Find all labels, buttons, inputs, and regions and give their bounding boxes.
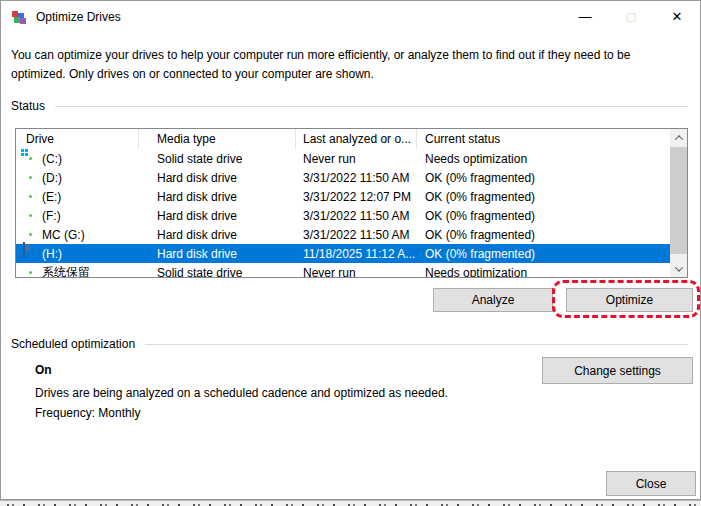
chevron-down-icon (674, 263, 682, 271)
optimize-drives-dialog: Optimize Drives — ▢ ✕ You can optimize y… (0, 0, 701, 500)
defrag-app-icon (11, 10, 27, 24)
drive-name: (C:) (42, 149, 62, 168)
last-analyzed: 3/31/2022 11:50 AM (303, 206, 410, 225)
last-analyzed: 11/18/2025 11:12 A... (303, 244, 415, 263)
current-status: OK (0% fragmented) (425, 206, 535, 225)
current-status: Needs optimization (425, 149, 527, 168)
drives-table: DriveMedia typeLast analyzed or o...Curr… (15, 128, 688, 278)
title-bar: Optimize Drives — ▢ ✕ (1, 1, 700, 32)
drive-name: (H:) (42, 244, 62, 263)
column-header-3[interactable]: Current status (417, 129, 672, 149)
media-type: Solid state drive (157, 149, 242, 168)
drive-name: (E:) (42, 187, 61, 206)
drive-row[interactable]: (E:)Hard disk drive3/31/2022 12:07 PMOK … (16, 187, 672, 206)
current-status: OK (0% fragmented) (425, 187, 535, 206)
optimize-button[interactable]: Optimize (566, 288, 693, 312)
status-separator-line (55, 106, 688, 107)
current-status: Needs optimization (425, 263, 527, 278)
scrollbar-up-button[interactable] (670, 129, 687, 146)
chevron-up-icon (674, 135, 682, 143)
close-button[interactable]: Close (606, 471, 696, 496)
minimize-button[interactable]: — (562, 1, 608, 32)
last-analyzed: Never run (303, 263, 356, 278)
scrollbar-thumb[interactable] (670, 147, 687, 254)
scheduled-separator-line (145, 344, 688, 345)
drive-row[interactable]: (H:)Hard disk drive11/18/2025 11:12 A...… (16, 244, 672, 263)
background-window-sliver (0, 500, 701, 506)
close-window-button[interactable]: ✕ (654, 1, 700, 32)
drive-row[interactable]: (C:)Solid state driveNever runNeeds opti… (16, 149, 672, 168)
media-type: Hard disk drive (157, 244, 237, 263)
drive-name: (D:) (42, 168, 62, 187)
current-status: OK (0% fragmented) (425, 168, 535, 187)
media-type: Hard disk drive (157, 187, 237, 206)
drive-name: 系统保留 (42, 263, 90, 278)
scheduled-frequency: Frequency: Monthly (35, 406, 140, 420)
media-type: Hard disk drive (157, 206, 237, 225)
scheduled-section-label: Scheduled optimization (11, 337, 135, 351)
media-type: Hard disk drive (157, 168, 237, 187)
intro-text: You can optimize your drives to help you… (11, 46, 683, 84)
current-status: OK (0% fragmented) (425, 244, 535, 263)
drive-name: MC (G:) (42, 225, 85, 244)
last-analyzed: 3/31/2022 12:07 PM (303, 187, 411, 206)
analyze-button[interactable]: Analyze (433, 288, 553, 312)
window-title: Optimize Drives (36, 10, 121, 24)
media-type: Solid state drive (157, 263, 242, 278)
last-analyzed: 3/31/2022 11:50 AM (303, 168, 410, 187)
last-analyzed: 3/31/2022 11:50 AM (303, 225, 410, 244)
media-type: Hard disk drive (157, 225, 237, 244)
scheduled-state: On (35, 363, 52, 377)
partition-drive-icon (23, 242, 25, 258)
drive-row[interactable]: (D:)Hard disk drive3/31/2022 11:50 AMOK … (16, 168, 672, 187)
vertical-scrollbar[interactable] (670, 129, 687, 277)
drive-row[interactable]: 系统保留Solid state driveNever runNeeds opti… (16, 263, 672, 278)
column-header-2[interactable]: Last analyzed or o... (296, 129, 417, 149)
maximize-button: ▢ (608, 1, 654, 32)
table-body: (C:)Solid state driveNever runNeeds opti… (16, 149, 687, 278)
current-status: OK (0% fragmented) (425, 225, 535, 244)
drive-name: (F:) (42, 206, 61, 225)
table-header: DriveMedia typeLast analyzed or o...Curr… (16, 129, 687, 149)
drive-row[interactable]: (F:)Hard disk drive3/31/2022 11:50 AMOK … (16, 206, 672, 225)
scheduled-description: Drives are being analyzed on a scheduled… (35, 386, 448, 400)
column-header-0[interactable]: Drive (16, 129, 139, 149)
status-section-label: Status (11, 99, 45, 113)
last-analyzed: Never run (303, 149, 356, 168)
drive-row[interactable]: MC (G:)Hard disk drive3/31/2022 11:50 AM… (16, 225, 672, 244)
scrollbar-down-button[interactable] (670, 260, 687, 277)
column-header-1[interactable]: Media type (139, 129, 296, 149)
change-settings-button[interactable]: Change settings (542, 357, 693, 384)
